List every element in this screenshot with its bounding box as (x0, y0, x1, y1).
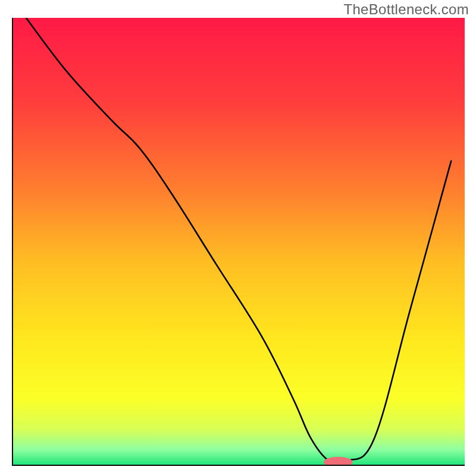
plot-area (12, 18, 465, 468)
bottleneck-chart: TheBottleneck.com (0, 0, 476, 476)
gradient-background (12, 18, 465, 465)
chart-svg (0, 0, 476, 476)
optimum-marker (324, 457, 353, 468)
watermark-text: TheBottleneck.com (343, 1, 469, 18)
